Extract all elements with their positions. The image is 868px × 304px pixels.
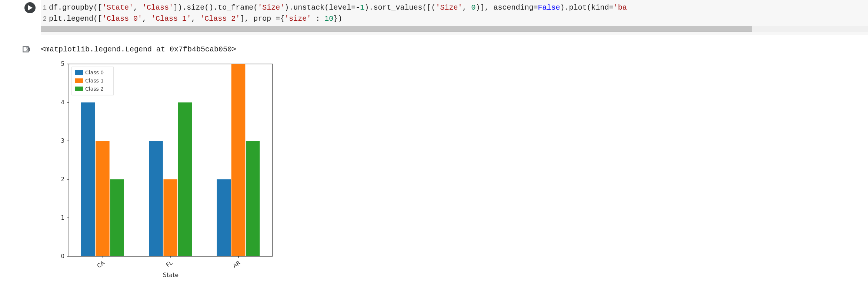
legend-swatch xyxy=(75,78,83,83)
bar xyxy=(81,102,95,256)
code-text[interactable]: df.groupby(['State', 'Class']).size().to… xyxy=(49,2,627,13)
yticklabel: 2 xyxy=(61,176,64,183)
bar xyxy=(246,141,260,256)
xticklabel: CA xyxy=(96,259,106,269)
output-cell: <matplotlib.legend.Legend at 0x7fb4b5cab… xyxy=(0,45,868,282)
code-text[interactable]: plt.legend(['Class 0', 'Class 1', 'Class… xyxy=(49,13,342,24)
scroll-thumb[interactable] xyxy=(41,26,752,32)
chart: 012345CAFLARStateClass 0Class 1Class 2 xyxy=(43,60,868,282)
bar xyxy=(231,64,246,256)
horizontal-scrollbar[interactable] xyxy=(41,26,868,32)
bar xyxy=(96,141,110,256)
run-button[interactable] xyxy=(24,2,36,13)
xticklabel: FL xyxy=(165,259,174,268)
xticklabel: AR xyxy=(231,260,241,270)
legend-swatch xyxy=(75,87,83,91)
yticklabel: 5 xyxy=(61,61,64,67)
chart-svg: 012345CAFLARStateClass 0Class 1Class 2 xyxy=(43,60,280,282)
svg-rect-1 xyxy=(23,47,28,52)
code-line: 1df.groupby(['State', 'Class']).size().t… xyxy=(41,2,868,13)
legend-label: Class 2 xyxy=(85,86,104,92)
line-number: 2 xyxy=(41,13,49,24)
run-gutter xyxy=(0,0,41,13)
bar xyxy=(110,179,124,256)
legend-label: Class 0 xyxy=(85,70,104,75)
legend-swatch xyxy=(75,70,83,75)
yticklabel: 1 xyxy=(61,215,64,221)
output-repr: <matplotlib.legend.Legend at 0x7fb4b5cab… xyxy=(41,45,868,54)
code-line: 2plt.legend(['Class 0', 'Class 1', 'Clas… xyxy=(41,13,868,24)
output-gutter xyxy=(0,45,41,55)
code-cell: 1df.groupby(['State', 'Class']).size().t… xyxy=(0,0,868,35)
yticklabel: 0 xyxy=(61,253,64,260)
bar xyxy=(149,141,163,256)
line-number: 1 xyxy=(41,2,49,13)
svg-marker-0 xyxy=(28,5,33,10)
code-editor[interactable]: 1df.groupby(['State', 'Class']).size().t… xyxy=(41,0,868,35)
cell-output-open-icon xyxy=(21,45,31,55)
yticklabel: 4 xyxy=(61,99,64,106)
bar xyxy=(163,179,177,256)
yticklabel: 3 xyxy=(61,138,64,144)
play-icon xyxy=(27,5,33,10)
bar xyxy=(217,179,231,256)
bar xyxy=(178,102,192,256)
output-icon[interactable] xyxy=(21,45,31,55)
xlabel: State xyxy=(163,271,178,278)
legend-label: Class 1 xyxy=(85,78,104,84)
